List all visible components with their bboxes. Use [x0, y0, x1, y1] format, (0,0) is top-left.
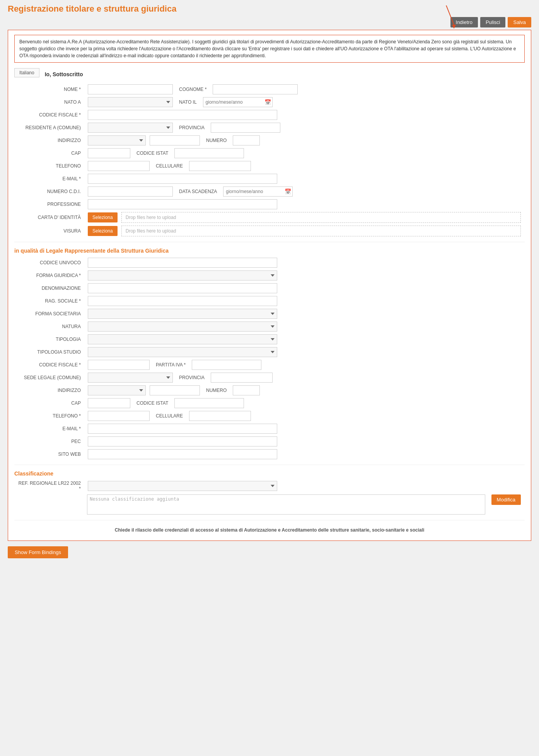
- sede-legale-label: SEDE LEGALE (COMUNE): [18, 375, 84, 380]
- carta-seleziona-button[interactable]: Seleziona: [88, 212, 118, 222]
- tipologia-select[interactable]: [88, 334, 277, 344]
- carta-drop-area[interactable]: Drop files here to upload: [121, 212, 521, 223]
- numero2-label: NUMERO: [206, 388, 227, 393]
- professione-input[interactable]: [88, 199, 277, 209]
- pec-input[interactable]: [88, 436, 277, 446]
- provincia-input[interactable]: [211, 123, 280, 133]
- email-input[interactable]: [88, 174, 277, 184]
- provincia2-input[interactable]: [211, 373, 273, 383]
- final-text: Chiede il rilascio delle credenziali di …: [14, 527, 525, 533]
- sito-web-label: SITO WEB: [18, 452, 84, 457]
- telefono2-row: TELEFONO * CELLULARE: [18, 411, 521, 421]
- natura-select[interactable]: [88, 322, 277, 332]
- sito-web-input[interactable]: [88, 449, 277, 459]
- sito-web-row: SITO WEB: [18, 449, 521, 459]
- carta-identita-label: CARTA D' IDENTITÀ: [18, 215, 84, 220]
- codice-fiscale-input[interactable]: [88, 110, 277, 120]
- rag-sociale-row: RAG. SOCIALE *: [18, 296, 521, 306]
- cap-row: CAP CODICE ISTAT: [18, 148, 521, 158]
- tipologia-row: TIPOLOGIA: [18, 334, 521, 344]
- data-scadenza-label: DATA SCADENZA: [179, 189, 217, 194]
- cap-input[interactable]: [88, 148, 130, 158]
- email2-input[interactable]: [88, 424, 277, 434]
- email-label: E-MAIL *: [18, 176, 84, 181]
- pec-row: PEC: [18, 436, 521, 446]
- cdi-input[interactable]: [88, 186, 173, 197]
- section1-title: Io, Sottoscritto: [45, 71, 83, 77]
- indirizzo-select[interactable]: [88, 135, 146, 145]
- info-box: Benvenuto nel sistema A.Re.A (Autorizzaz…: [14, 35, 525, 63]
- cognome-input[interactable]: [213, 84, 298, 94]
- nato-il-input[interactable]: [203, 97, 273, 107]
- classification-textarea: Nessuna classificazione aggiunta: [87, 494, 485, 515]
- codice-univoco-label: CODICE UNIVOCO: [18, 260, 84, 265]
- telefono-input[interactable]: [88, 161, 150, 171]
- tipologia-studio-row: TIPOLOGIA STUDIO: [18, 347, 521, 357]
- visura-drop-text: Drop files here to upload: [126, 228, 176, 234]
- modifica-button[interactable]: Modifica: [491, 494, 521, 505]
- sede-legale-select[interactable]: [88, 373, 173, 383]
- visura-label: VISURA: [18, 228, 84, 234]
- ref-regionale-select[interactable]: [88, 481, 277, 491]
- indirizzo-row: INDIRIZZO NUMERO: [18, 135, 521, 145]
- data-scadenza-input[interactable]: [223, 186, 293, 197]
- indirizzo2-row: INDIRIZZO NUMERO: [18, 385, 521, 395]
- rag-sociale-label: RAG. SOCIALE *: [18, 298, 84, 304]
- forma-giuridica-label: FORMA GIURIDICA *: [18, 273, 84, 278]
- codice-fiscale-label: CODICE FISCALE *: [18, 112, 84, 118]
- cellulare-input[interactable]: [189, 161, 251, 171]
- svg-marker-1: [452, 25, 456, 29]
- numero2-input[interactable]: [233, 385, 260, 395]
- indirizzo2-text-input[interactable]: [150, 385, 200, 395]
- sede-legale-row: SEDE LEGALE (COMUNE) PROVINCIA: [18, 373, 521, 383]
- telefono2-input[interactable]: [88, 411, 150, 421]
- visura-seleziona-button[interactable]: Seleziona: [88, 226, 118, 236]
- codice-fiscale-row: CODICE FISCALE *: [18, 110, 521, 120]
- partita-iva-label: PARTITA IVA *: [156, 362, 186, 368]
- codice-istat2-input[interactable]: [174, 398, 244, 408]
- cellulare-label: CELLULARE: [156, 163, 183, 169]
- cellulare2-input[interactable]: [189, 411, 251, 421]
- nome-input[interactable]: [88, 84, 173, 94]
- cognome-label: COGNOME *: [179, 87, 206, 92]
- codice-fiscale2-input[interactable]: [88, 360, 150, 370]
- data-scadenza-wrap: 📅: [223, 186, 293, 197]
- cap2-label: CAP: [18, 400, 84, 406]
- nato-a-select[interactable]: [88, 97, 173, 107]
- email2-label: E-MAIL *: [18, 426, 84, 431]
- numero-label: NUMERO: [206, 138, 227, 143]
- partita-iva-input[interactable]: [192, 360, 261, 370]
- nato-row: NATO A NATO IL 📅: [18, 97, 521, 107]
- section3-title: Classificazione: [14, 470, 525, 477]
- indirizzo2-select[interactable]: [88, 385, 146, 395]
- numero-input[interactable]: [233, 135, 260, 145]
- codice-univoco-row: CODICE UNIVOCO: [18, 258, 521, 268]
- rag-sociale-input[interactable]: [88, 296, 277, 306]
- section2-form: CODICE UNIVOCO FORMA GIURIDICA * DENOMIN…: [14, 258, 525, 459]
- tipologia-studio-select[interactable]: [88, 347, 277, 357]
- email-row: E-MAIL *: [18, 174, 521, 184]
- carta-drop-text: Drop files here to upload: [126, 215, 176, 220]
- cap2-row: CAP CODICE ISTAT: [18, 398, 521, 408]
- clear-button[interactable]: Pulisci: [480, 17, 506, 27]
- denominazione-row: DENOMINAZIONE: [18, 283, 521, 293]
- visura-drop-area[interactable]: Drop files here to upload: [121, 226, 521, 236]
- natura-row: NATURA: [18, 322, 521, 332]
- residente-row: RESIDENTE A (COMUNE) PROVINCIA: [18, 123, 521, 133]
- codice-istat-input[interactable]: [174, 148, 244, 158]
- save-button[interactable]: Salva: [508, 17, 531, 27]
- denominazione-input[interactable]: [88, 283, 277, 293]
- forma-societaria-select[interactable]: [88, 309, 277, 319]
- natura-label: NATURA: [18, 324, 84, 329]
- indirizzo-text-input[interactable]: [150, 135, 200, 145]
- show-bindings-button[interactable]: Show Form Bindings: [8, 546, 68, 558]
- language-tab[interactable]: Italiano: [14, 68, 39, 77]
- ref-regionale-label: REF. REGIONALE LR22 2002 *: [18, 481, 84, 491]
- codice-univoco-input[interactable]: [88, 258, 277, 268]
- tipologia-studio-label: TIPOLOGIA STUDIO: [18, 349, 84, 355]
- carta-identita-row: CARTA D' IDENTITÀ Seleziona Drop files h…: [18, 212, 521, 223]
- residente-select[interactable]: [88, 123, 173, 133]
- residente-label: RESIDENTE A (COMUNE): [18, 125, 84, 130]
- cap2-input[interactable]: [88, 398, 130, 408]
- forma-giuridica-select[interactable]: [88, 270, 277, 281]
